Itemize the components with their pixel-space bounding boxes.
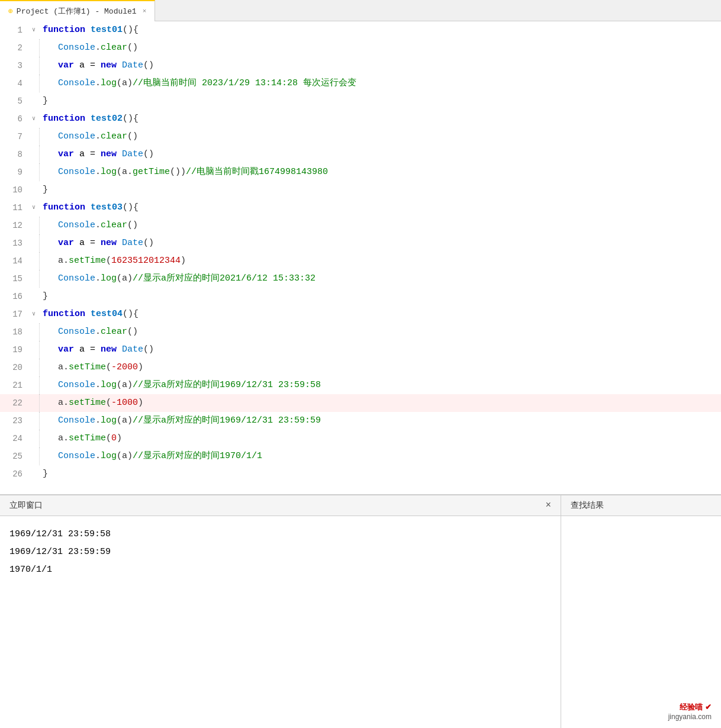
line-number: 22 bbox=[0, 394, 28, 412]
code-line: 17∨function test04(){ bbox=[0, 305, 721, 323]
indent-guide bbox=[39, 128, 53, 146]
line-content: Console.clear() bbox=[53, 323, 138, 341]
collapse-arrow[interactable]: ∨ bbox=[28, 199, 39, 217]
indent-guide bbox=[39, 359, 53, 376]
line-content: var a = new Date() bbox=[53, 146, 154, 163]
code-line: 11∨function test03(){ bbox=[0, 199, 721, 217]
line-number: 8 bbox=[0, 146, 28, 163]
code-line: 3var a = new Date() bbox=[0, 57, 721, 75]
line-content: var a = new Date() bbox=[53, 341, 154, 359]
indent-guide bbox=[39, 412, 53, 430]
code-line: 22a.setTime(-1000) bbox=[0, 394, 721, 412]
watermark: 经验喵 ✔ jingyania.com bbox=[668, 702, 712, 721]
indent-guide bbox=[39, 341, 53, 359]
code-line: 13var a = new Date() bbox=[0, 234, 721, 252]
code-line: 19var a = new Date() bbox=[0, 341, 721, 359]
line-number: 1 bbox=[0, 21, 28, 39]
line-number: 16 bbox=[0, 288, 28, 305]
watermark-url: jingyania.com bbox=[668, 713, 712, 721]
indent-guide bbox=[39, 270, 53, 288]
tab-icon: ⊕ bbox=[8, 7, 13, 16]
line-content: Console.clear() bbox=[53, 217, 138, 234]
line-content: function test03(){ bbox=[41, 199, 139, 217]
line-content: Console.clear() bbox=[53, 128, 138, 146]
line-content: } bbox=[41, 465, 48, 483]
line-number: 25 bbox=[0, 447, 28, 465]
indent-guide bbox=[39, 234, 53, 252]
indent-guide bbox=[39, 447, 53, 465]
line-content: var a = new Date() bbox=[53, 234, 154, 252]
code-editor: 1∨function test01(){2Console.clear()3var… bbox=[0, 21, 721, 495]
code-line: 16} bbox=[0, 288, 721, 305]
line-content: var a = new Date() bbox=[53, 57, 154, 75]
code-line: 23Console.log(a)//显示a所对应的时间1969/12/31 23… bbox=[0, 412, 721, 430]
indent-guide bbox=[39, 252, 53, 270]
line-content: Console.log(a)//显示a所对应的时间1969/12/31 23:5… bbox=[53, 412, 321, 430]
code-line: 21Console.log(a)//显示a所对应的时间1969/12/31 23… bbox=[0, 376, 721, 394]
code-line: 15Console.log(a)//显示a所对应的时间2021/6/12 15:… bbox=[0, 270, 721, 288]
line-number: 6 bbox=[0, 110, 28, 128]
line-number: 5 bbox=[0, 92, 28, 110]
code-line: 14a.setTime(1623512012344) bbox=[0, 252, 721, 270]
bottom-panel: 立即窗口 × 1969/12/31 23:59:581969/12/31 23:… bbox=[0, 495, 721, 728]
line-content: Console.log(a)//电脑当前时间 2023/1/29 13:14:2… bbox=[53, 75, 356, 92]
find-results-title: 查找结果 bbox=[571, 500, 604, 510]
watermark-site: 经验喵 ✔ bbox=[668, 702, 712, 713]
code-line: 8var a = new Date() bbox=[0, 146, 721, 163]
find-results-panel: 查找结果 经验喵 ✔ jingyania.com bbox=[561, 495, 721, 728]
immediate-output-line: 1969/12/31 23:59:58 bbox=[9, 526, 551, 543]
code-line: 24a.setTime(0) bbox=[0, 430, 721, 447]
code-lines-container: 1∨function test01(){2Console.clear()3var… bbox=[0, 21, 721, 483]
code-line: 12Console.clear() bbox=[0, 217, 721, 234]
immediate-window-header: 立即窗口 × bbox=[0, 495, 561, 516]
code-line: 2Console.clear() bbox=[0, 39, 721, 57]
line-number: 10 bbox=[0, 181, 28, 199]
indent-guide bbox=[39, 146, 53, 163]
line-number: 20 bbox=[0, 359, 28, 376]
line-content: } bbox=[41, 181, 48, 199]
line-number: 26 bbox=[0, 465, 28, 483]
line-number: 9 bbox=[0, 163, 28, 181]
line-number: 18 bbox=[0, 323, 28, 341]
tab-close-button[interactable]: × bbox=[143, 8, 147, 15]
code-line: 6∨function test02(){ bbox=[0, 110, 721, 128]
indent-guide bbox=[39, 394, 53, 412]
line-number: 15 bbox=[0, 270, 28, 288]
line-content: Console.clear() bbox=[53, 39, 138, 57]
indent-guide bbox=[39, 323, 53, 341]
line-content: function test01(){ bbox=[41, 21, 139, 39]
indent-guide bbox=[39, 217, 53, 234]
code-line: 25Console.log(a)//显示a所对应的时间1970/1/1 bbox=[0, 447, 721, 465]
line-number: 4 bbox=[0, 75, 28, 92]
code-line: 1∨function test01(){ bbox=[0, 21, 721, 39]
immediate-window-close[interactable]: × bbox=[545, 500, 551, 511]
line-content: } bbox=[41, 92, 48, 110]
line-content: Console.log(a.getTime())//电脑当前时间戳1674998… bbox=[53, 163, 328, 181]
line-number: 14 bbox=[0, 252, 28, 270]
line-content: } bbox=[41, 288, 48, 305]
line-content: a.setTime(1623512012344) bbox=[53, 252, 186, 270]
tab-label: Project (工作簿1) - Module1 bbox=[17, 6, 137, 17]
collapse-arrow[interactable]: ∨ bbox=[28, 21, 39, 39]
line-content: a.setTime(-1000) bbox=[53, 394, 143, 412]
line-number: 3 bbox=[0, 57, 28, 75]
line-number: 11 bbox=[0, 199, 28, 217]
line-number: 2 bbox=[0, 39, 28, 57]
tab-bar: ⊕ Project (工作簿1) - Module1 × bbox=[0, 0, 721, 21]
line-number: 13 bbox=[0, 234, 28, 252]
collapse-arrow[interactable]: ∨ bbox=[28, 110, 39, 128]
indent-guide bbox=[39, 376, 53, 394]
module1-tab[interactable]: ⊕ Project (工作簿1) - Module1 × bbox=[0, 0, 155, 21]
line-number: 23 bbox=[0, 412, 28, 430]
line-content: Console.log(a)//显示a所对应的时间1969/12/31 23:5… bbox=[53, 376, 321, 394]
line-number: 17 bbox=[0, 305, 28, 323]
indent-guide bbox=[39, 39, 53, 57]
line-content: a.setTime(0) bbox=[53, 430, 122, 447]
indent-guide bbox=[39, 57, 53, 75]
line-number: 12 bbox=[0, 217, 28, 234]
line-content: Console.log(a)//显示a所对应的时间2021/6/12 15:33… bbox=[53, 270, 316, 288]
line-content: function test04(){ bbox=[41, 305, 139, 323]
indent-guide bbox=[39, 430, 53, 447]
collapse-arrow[interactable]: ∨ bbox=[28, 305, 39, 323]
code-line: 9Console.log(a.getTime())//电脑当前时间戳167499… bbox=[0, 163, 721, 181]
